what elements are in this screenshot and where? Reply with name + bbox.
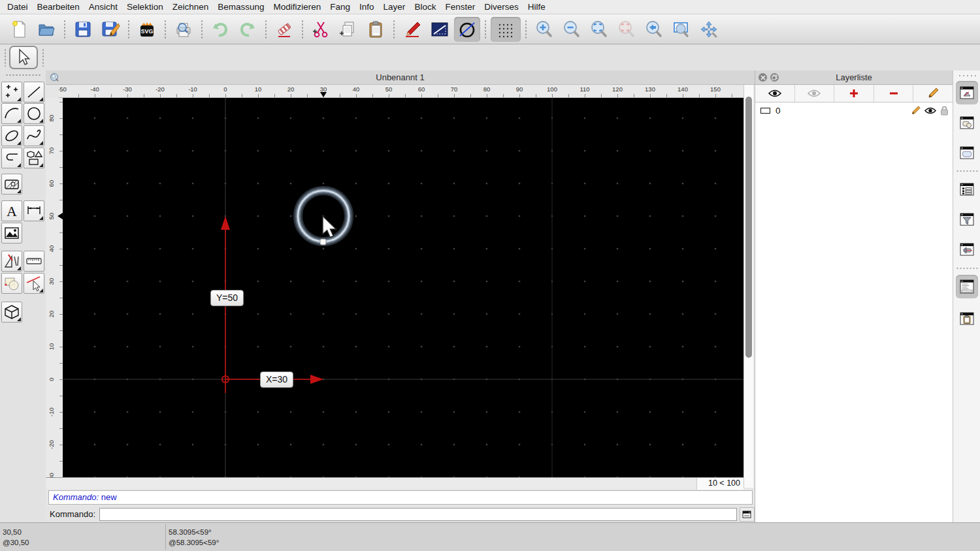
menu-item-diverses[interactable]: Diverses (480, 0, 523, 14)
box-3d-tool-button[interactable] (1, 302, 22, 323)
property-editor-dock-button[interactable] (956, 178, 978, 201)
line-tool-palette-button[interactable] (24, 82, 44, 102)
palette-grip[interactable] (5, 74, 41, 76)
radius-handle[interactable] (320, 239, 326, 245)
measure-ruler-icon (25, 253, 42, 270)
status-bar: 30,50 @30,50 58.3095<59° @58.3095<59° El… (0, 522, 980, 551)
menu-item-fang[interactable]: Fang (325, 0, 355, 14)
save-icon (73, 20, 93, 39)
menu-item-hilfe[interactable]: Hilfe (523, 0, 550, 14)
eye-off-icon (808, 89, 821, 98)
image-tool-button[interactable] (1, 223, 22, 244)
tool-palette: A (0, 71, 46, 522)
text-tool-button[interactable]: A (1, 200, 22, 221)
cut-button[interactable] (308, 17, 334, 42)
zoom-previous-button[interactable] (641, 17, 667, 42)
line-tool-icon (430, 20, 449, 39)
copy-button[interactable] (335, 17, 361, 42)
zoom-window-button[interactable] (668, 17, 694, 42)
grid-toggle-button[interactable] (491, 17, 521, 42)
zoom-selection-button[interactable] (613, 17, 640, 42)
menu-item-bearbeiten[interactable]: Bearbeiten (33, 0, 84, 14)
arc-tool-button[interactable] (1, 103, 22, 124)
command-line-toggle-button[interactable] (740, 507, 755, 522)
zoom-in-button[interactable] (531, 17, 557, 42)
redo-button[interactable] (235, 17, 261, 42)
scrollbar-thumb[interactable] (745, 97, 752, 358)
menu-item-layer[interactable]: Layer (379, 0, 410, 14)
new-file-icon (9, 20, 29, 39)
menu-item-block[interactable]: Block (410, 0, 440, 14)
layer-visibility-icon[interactable] (924, 106, 936, 115)
spline-tool-button[interactable] (24, 125, 44, 146)
print-preview-button[interactable] (171, 17, 197, 42)
remove-layer-button[interactable] (874, 85, 914, 102)
svg-export-button[interactable]: SVG (134, 17, 160, 42)
dock-grip[interactable] (958, 74, 976, 77)
open-file-button[interactable] (33, 17, 59, 42)
toolbar-grip[interactable] (42, 48, 44, 67)
block-list-dock-button[interactable] (956, 111, 978, 134)
show-all-layers-button[interactable] (755, 85, 795, 102)
toolbar-separator (393, 20, 395, 39)
layer-panel-toolbar (755, 85, 953, 102)
cad-tools-button[interactable] (1, 251, 22, 272)
points-tool-button[interactable] (1, 82, 22, 102)
menu-item-ansicht[interactable]: Ansicht (84, 0, 122, 14)
layer-lock-icon[interactable] (940, 106, 949, 116)
measure-tool-button[interactable] (24, 251, 44, 272)
menu-item-datei[interactable]: Datei (3, 0, 33, 14)
menu-item-info[interactable]: Info (355, 0, 379, 14)
pan-button[interactable] (696, 17, 722, 42)
command-input[interactable] (99, 508, 736, 521)
menu-item-fenster[interactable]: Fenster (440, 0, 480, 14)
document-titlebar[interactable]: Unbenannt 1 (46, 71, 755, 85)
menu-item-modifizieren[interactable]: Modifizieren (269, 0, 326, 14)
line-tool-button[interactable] (427, 17, 453, 42)
drawing-canvas[interactable]: Y=50 X=30 (63, 98, 743, 477)
close-panel-button[interactable] (759, 73, 767, 82)
layer-edit-pencil-icon[interactable] (911, 106, 921, 116)
draw-pencil-button[interactable] (399, 17, 425, 42)
float-panel-button[interactable] (770, 73, 779, 82)
save-as-button[interactable] (97, 17, 123, 42)
hide-all-layers-button[interactable] (795, 85, 835, 102)
library-browser-dock-button[interactable] (956, 238, 978, 261)
polyline-tool-button[interactable] (1, 148, 22, 168)
edit-layer-button[interactable] (913, 85, 953, 102)
new-file-button[interactable] (6, 17, 32, 42)
cut-icon (311, 20, 331, 39)
vertical-scrollbar[interactable] (743, 85, 753, 488)
dimension-tool-button[interactable] (24, 200, 44, 221)
selection-filter-dock-button[interactable] (956, 208, 978, 231)
layer-list-dock-button[interactable] (956, 81, 978, 104)
modify-tool-button[interactable] (1, 273, 22, 294)
layer-color-swatch[interactable] (760, 108, 770, 114)
toolbar-separator (484, 20, 487, 39)
add-layer-button[interactable] (834, 85, 874, 102)
grid-info: 10 < 100 (696, 478, 743, 490)
save-button[interactable] (70, 17, 96, 42)
erase-button[interactable] (271, 17, 297, 42)
command-line-dock-button[interactable] (956, 275, 978, 298)
layer-row[interactable]: 0 (755, 102, 953, 118)
toolbar-grip[interactable] (4, 48, 7, 67)
zoom-auto-button[interactable] (586, 17, 612, 42)
paste-button[interactable] (363, 17, 389, 42)
view-list-dock-button[interactable] (956, 141, 978, 165)
menu-item-zeichnen[interactable]: Zeichnen (168, 0, 214, 14)
hatch-tool-button[interactable] (1, 174, 22, 195)
undo-button[interactable] (207, 17, 233, 42)
shapes-tool-button[interactable] (24, 148, 44, 168)
circle-tool-palette-button[interactable] (24, 103, 44, 124)
menu-item-bemassung[interactable]: Bemassung (213, 0, 269, 14)
dock-separator (956, 267, 978, 270)
modify-trim-button[interactable] (24, 273, 44, 294)
clipboard-dock-button[interactable] (956, 307, 978, 330)
zoom-out-button[interactable] (559, 17, 585, 42)
svg-export-icon: SVG (137, 20, 157, 39)
selection-tool-button[interactable] (9, 46, 38, 69)
ellipse-tool-button[interactable] (1, 125, 22, 146)
menu-item-selektion[interactable]: Selektion (122, 0, 168, 14)
circle-tool-button[interactable] (454, 17, 480, 42)
